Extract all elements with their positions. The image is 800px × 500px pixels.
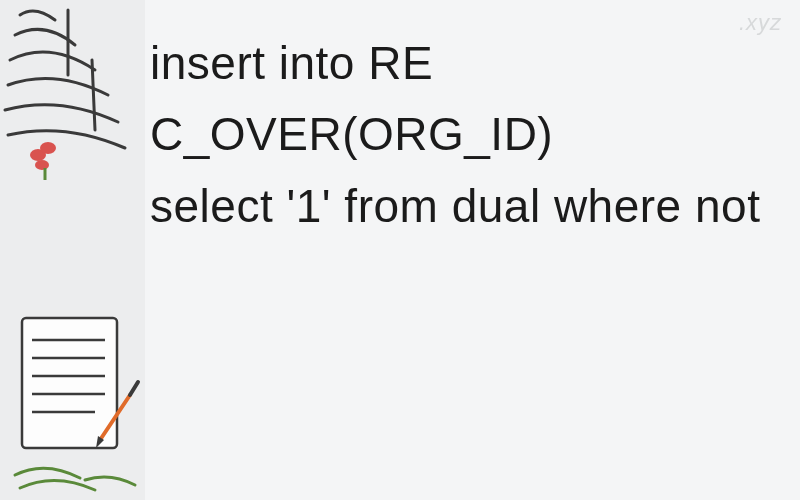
text-line-2: C_OVER(ORG_ID) — [150, 108, 553, 160]
sql-text-block: insert into RE C_OVER(ORG_ID) select '1'… — [150, 28, 770, 242]
svg-point-2 — [35, 160, 49, 170]
text-line-3: select '1' from dual where not — [150, 180, 760, 232]
doodle-bottom-left — [0, 300, 145, 500]
svg-rect-3 — [22, 318, 117, 448]
doodle-top-left — [0, 0, 145, 180]
svg-point-1 — [40, 142, 56, 154]
text-line-1: insert into RE — [150, 37, 433, 89]
